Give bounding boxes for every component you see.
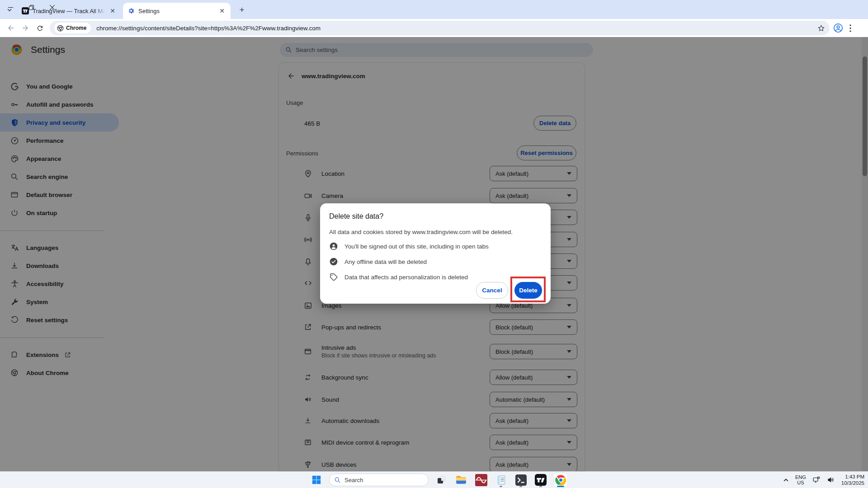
language-indicator[interactable]: ENG US (795, 474, 806, 485)
dialog-body: All data and cookies stored by www.tradi… (329, 229, 542, 235)
running-indicator (539, 486, 542, 487)
tradingview-app-icon[interactable] (533, 473, 548, 487)
tradingview-favicon (22, 7, 29, 14)
chrome-chip: Chrome (54, 23, 91, 33)
taskbar-search-input[interactable]: Search (329, 474, 429, 486)
tab-title: TradingView — Track All Market (33, 8, 105, 14)
settings-gear-favicon (127, 7, 135, 14)
dialog-bullet-signout: You'll be signed out of this site, inclu… (329, 242, 542, 251)
tab-settings[interactable]: Settings ✕ (123, 3, 231, 19)
tab-list-chevron-icon[interactable] (4, 4, 15, 16)
tab-strip: TradingView — Track All Market ✕ Setting… (0, 0, 868, 19)
tab-tradingview[interactable]: TradingView — Track All Market ✕ (17, 3, 121, 19)
ltspice-sine-wave-app-icon[interactable] (474, 473, 488, 487)
profile-avatar-icon[interactable] (833, 23, 843, 33)
taskbar-search-placeholder: Search (344, 477, 363, 483)
chrome-chip-label: Chrome (66, 25, 86, 31)
address-bar[interactable]: Chrome chrome://settings/content/siteDet… (50, 21, 830, 35)
forward-icon[interactable] (18, 21, 33, 35)
volume-icon[interactable] (827, 476, 835, 484)
back-icon[interactable] (4, 21, 18, 35)
terminal-icon[interactable] (514, 473, 528, 487)
network-icon[interactable] (812, 476, 821, 484)
delete-button-highlight-annotation (510, 277, 546, 302)
dialog-title: Delete site data? (329, 212, 542, 221)
dialog-bullet-offline: Any offline data will be deleted (329, 257, 542, 266)
running-indicator (500, 486, 502, 487)
menu-kebab-icon[interactable] (849, 24, 851, 32)
toolbar-right (833, 23, 851, 33)
active-indicator (557, 486, 564, 487)
running-indicator (519, 486, 522, 487)
tab-close-icon[interactable]: ✕ (218, 7, 226, 15)
dialog-bullet-ads: Data that affects ad personalization is … (329, 272, 542, 282)
clock[interactable]: 1:43 PM 10/3/2025 (841, 474, 864, 486)
cancel-button[interactable]: Cancel (476, 282, 508, 299)
new-tab-button[interactable]: + (236, 4, 248, 16)
bookmark-star-icon[interactable] (817, 24, 825, 32)
search-icon (334, 477, 341, 483)
taskbar: Search ENG US (0, 471, 868, 488)
start-button[interactable] (309, 473, 324, 487)
notepad-icon[interactable] (494, 473, 508, 487)
tag-icon (329, 272, 338, 282)
task-view-icon[interactable] (434, 473, 448, 487)
file-explorer-icon[interactable] (454, 473, 468, 487)
tab-title: Settings (138, 8, 214, 14)
chrome-app-icon[interactable] (553, 473, 568, 487)
tab-close-icon[interactable]: ✕ (108, 7, 117, 15)
browser-toolbar: Chrome chrome://settings/content/siteDet… (0, 19, 868, 37)
tray-chevron-up-icon[interactable] (783, 477, 789, 483)
url-text: chrome://settings/content/siteDetails?si… (96, 25, 817, 32)
reload-icon[interactable] (33, 21, 47, 35)
check-circle-icon (329, 257, 338, 266)
account-circle-icon (329, 242, 338, 251)
